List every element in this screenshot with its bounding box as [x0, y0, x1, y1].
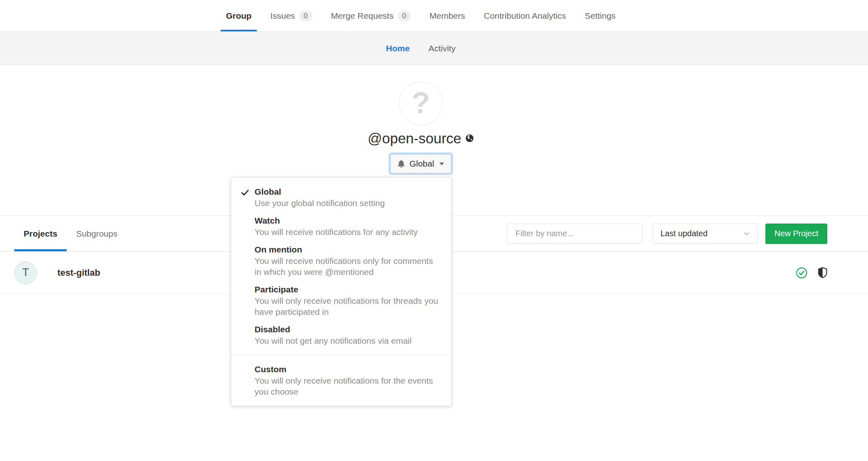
projects-tabs: Projects Subgroups [14, 216, 127, 251]
menu-item-global[interactable]: Global Use your global notification sett… [231, 183, 451, 212]
menu-item-title: Watch [254, 215, 440, 226]
notification-dropdown-label: Global [410, 159, 434, 169]
group-avatar: ? [399, 81, 443, 125]
group-top-nav: Group Issues 0 Merge Requests 0 Members … [0, 0, 868, 32]
notification-dropdown-button[interactable]: Global [390, 154, 452, 173]
menu-item-title: Custom [254, 364, 440, 375]
menu-item-custom[interactable]: Custom You will only receive notificatio… [231, 360, 451, 400]
chevron-down-icon [743, 230, 750, 237]
tab-group-label: Group [226, 11, 252, 21]
caret-down-icon [439, 162, 444, 165]
menu-divider [231, 355, 451, 355]
shield-icon [818, 267, 827, 278]
tab-merge-requests-label: Merge Requests [331, 11, 394, 21]
group-title: @open-source [14, 130, 827, 147]
tab-members[interactable]: Members [424, 0, 471, 31]
menu-item-title: Disabled [254, 324, 440, 335]
tab-issues[interactable]: Issues 0 [265, 0, 318, 31]
sort-dropdown[interactable]: Last updated [653, 224, 758, 244]
subnav-item-home[interactable]: Home [377, 44, 419, 53]
check-icon [241, 189, 249, 197]
menu-item-description: You will only receive notifications for … [254, 295, 440, 317]
globe-icon [465, 134, 474, 143]
notification-dropdown-menu: Global Use your global notification sett… [231, 177, 452, 406]
gitlab-group-page: Group Issues 0 Merge Requests 0 Members … [0, 0, 868, 461]
tab-group[interactable]: Group [221, 0, 257, 31]
filter-by-name-input[interactable] [507, 224, 642, 244]
tab-members-label: Members [430, 11, 465, 21]
group-top-nav-items: Group Issues 0 Merge Requests 0 Members … [0, 0, 868, 31]
tab-projects[interactable]: Projects [14, 216, 67, 251]
projects-toolbar-controls: Last updated New Project [507, 224, 827, 244]
check-circle-icon [796, 267, 807, 279]
menu-item-title: Participate [254, 284, 440, 295]
group-sub-nav: Home Activity [0, 32, 868, 65]
tab-contribution-analytics-label: Contribution Analytics [484, 11, 566, 21]
menu-item-description: You will not get any notifications via e… [254, 335, 440, 346]
issues-count-badge: 0 [299, 11, 312, 21]
menu-item-description: You will receive notifications only for … [254, 255, 440, 277]
project-row-icons [796, 267, 827, 279]
subnav-item-activity[interactable]: Activity [419, 44, 465, 53]
menu-item-disabled[interactable]: Disabled You will not get any notificati… [231, 321, 451, 349]
tab-settings-label: Settings [585, 11, 616, 21]
tab-contribution-analytics[interactable]: Contribution Analytics [478, 0, 571, 31]
menu-item-participate[interactable]: Participate You will only receive notifi… [231, 281, 451, 321]
group-title-text: @open-source [368, 130, 461, 146]
menu-item-description: You will receive notifications for any a… [254, 226, 440, 237]
new-project-button[interactable]: New Project [765, 224, 827, 244]
merge-requests-count-badge: 0 [398, 11, 411, 21]
menu-item-on-mention[interactable]: On mention You will receive notification… [231, 241, 451, 281]
tab-subgroups[interactable]: Subgroups [67, 216, 127, 251]
project-name-link[interactable]: test-gitlab [57, 268, 100, 278]
tab-merge-requests[interactable]: Merge Requests 0 [326, 0, 416, 31]
menu-item-title: Global [254, 186, 440, 198]
group-header: ? @open-source Global [0, 81, 868, 216]
menu-item-description: You will only receive notifications for … [254, 375, 440, 397]
menu-item-watch[interactable]: Watch You will receive notifications for… [231, 212, 451, 241]
project-avatar: T [14, 261, 37, 284]
tab-settings[interactable]: Settings [579, 0, 621, 31]
notification-setting-control: Global Global Use your global notificati… [390, 154, 452, 173]
tab-issues-label: Issues [270, 11, 295, 21]
sort-dropdown-value: Last updated [660, 229, 708, 238]
bell-icon [397, 160, 405, 168]
menu-item-description: Use your global notification setting [254, 198, 440, 209]
menu-item-title: On mention [254, 244, 440, 255]
